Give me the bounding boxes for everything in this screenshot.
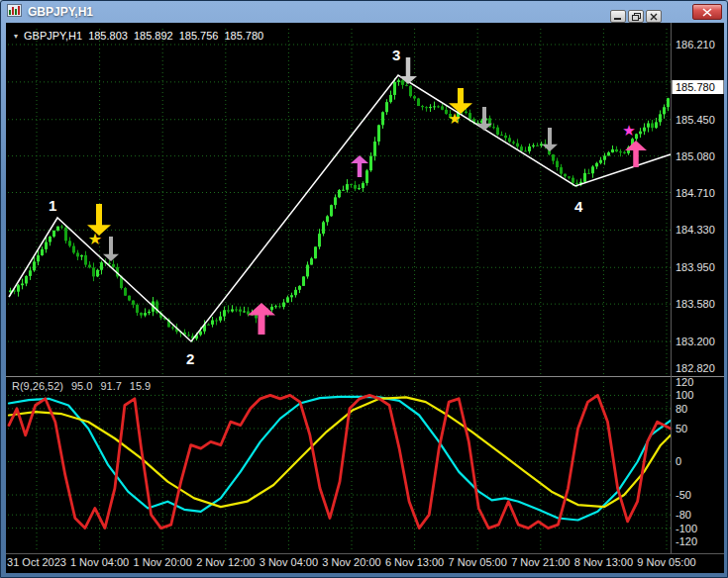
chart-canvas[interactable]: 1234★★★186.210185.450185.080184.710184.3… [6,23,724,573]
candle-body [655,122,658,128]
time-axis-label: 8 Nov 13:00 [574,556,633,568]
candle-body [243,311,246,312]
candle-body [231,309,234,311]
zigzag-point-label: 1 [49,197,56,214]
readout-high: 185.892 [134,30,173,42]
chevron-down-icon[interactable]: ▾ [14,32,18,41]
candle-body [492,127,495,128]
close-button[interactable] [646,10,662,23]
candle-body [413,96,416,98]
candle-body [572,178,574,183]
candle-body [132,301,135,305]
candle-body [389,95,392,102]
candle-body [49,237,52,242]
candle-body [282,303,285,308]
candle-body [595,163,598,167]
current-price-label: 185.780 [676,81,715,93]
price-axis-label: 183.580 [676,298,715,310]
indicator-value-1: 95.0 [71,380,92,392]
candle-body [223,310,226,316]
candle-body [552,154,555,161]
candle-body [564,174,567,177]
candle-body [72,246,75,253]
indicator-scale-label: -100 [676,523,697,534]
indicator-value-3: 15.9 [130,380,151,392]
candle-body [639,132,642,135]
candle-body [274,306,277,307]
candle-body [330,205,333,216]
candle-body [429,107,432,108]
minimize-icon [614,13,622,21]
candle-body [326,216,329,222]
candle-body [385,102,388,112]
time-axis-label: 1 Nov 20:00 [134,556,192,568]
candle-body [144,313,147,315]
time-axis-label: 7 Nov 21:00 [511,556,570,568]
candle-body [540,144,543,145]
price-axis-label: 184.330 [676,224,715,236]
indicator-scale-label: -50 [676,489,691,501]
candle-body [647,123,650,127]
candle-body [84,255,87,265]
readout-close: 185.780 [224,30,263,42]
candle-body [393,82,396,95]
candle-body [536,145,539,146]
candle-body [496,128,499,135]
candle-body [437,106,440,107]
candle-body [334,197,337,205]
time-axis-label: 3 Nov 04:00 [260,556,318,568]
child-window-controls [610,10,662,23]
candle-body [41,249,44,255]
marker-arrow-down-icon [542,128,558,151]
candle-body [322,222,325,234]
candle-body [298,286,301,290]
restore-icon [632,13,641,21]
candle-body [421,106,424,107]
candle-body [211,321,214,325]
marker-star-icon: ★ [622,122,635,139]
candle-body [468,113,471,119]
candle-body [294,290,297,295]
candle-body [37,255,40,261]
candle-body [425,107,428,108]
candle-body [45,242,48,249]
candle-body [556,161,559,167]
candle-body [520,146,523,150]
chart-window-icon [7,3,22,21]
candle-body [663,107,666,114]
marker-star-icon: ★ [448,110,461,127]
candle-body [52,231,55,237]
candle-body [401,80,404,85]
candle-body [433,106,436,107]
zigzag-line [9,75,671,341]
candle-body [29,270,32,276]
main-close-button[interactable] [692,4,722,20]
ohlc-readout: ▾ GBPJPY,H1 185.803 185.892 185.756 185.… [14,30,263,42]
candle-body [302,276,305,285]
time-axis-label: 1 Nov 04:00 [70,556,129,568]
candle-body [124,288,127,296]
candle-body [60,227,63,228]
candle-body [318,234,321,246]
restore-button[interactable] [628,10,644,23]
candle-body [362,183,364,188]
zigzag-point-label: 2 [186,350,194,367]
candle-body [500,135,503,136]
candle-body [136,305,139,313]
window-title: GBPJPY,H1 [28,5,93,19]
indicator-scale-label: 80 [676,403,687,415]
time-axis-label: 31 Oct 2023 [7,556,66,568]
candle-body [365,170,368,183]
chart-client: 1234★★★186.210185.450185.080184.710184.3… [6,23,724,573]
candle-body [207,325,210,326]
minimize-button[interactable] [610,10,626,23]
candle-body [92,267,95,276]
candle-body [314,246,317,258]
candle-body [659,114,662,122]
marker-arrow-down-icon [103,237,119,261]
candle-body [96,270,99,277]
time-axis-label: 2 Nov 12:00 [196,556,255,568]
indicator-line-red [9,395,671,528]
readout-open: 185.803 [88,30,128,42]
candle-body [524,150,527,151]
